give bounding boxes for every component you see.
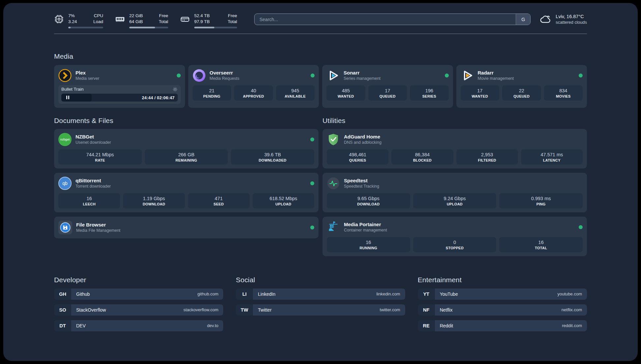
bookmark-youtube[interactable]: YT YouTubeyoutube.com <box>418 288 587 300</box>
bookmarks-section: Developer GH Githubgithub.com SO StackOv… <box>54 276 587 345</box>
group-title: Social <box>236 276 405 284</box>
stat-download: 1.19 GbpsDOWNLOAD <box>123 193 185 208</box>
stat-upload: 9.24 GbpsUPLOAD <box>413 193 497 208</box>
status-dot <box>310 137 314 141</box>
bookmark-netflix[interactable]: NF Netflixnetflix.com <box>418 304 587 316</box>
cpu-icon <box>54 14 64 24</box>
stat-blocked: 86,384BLOCKED <box>391 149 453 165</box>
qbittorrent-icon: qb <box>58 177 72 190</box>
bookmark-linkedin[interactable]: LI LinkedInlinkedin.com <box>236 288 405 300</box>
nzbget-icon: nzbget <box>58 133 72 146</box>
cpu-progress-bar <box>68 27 103 28</box>
service-description: Media server <box>76 76 99 81</box>
service-name: AdGuard Home <box>344 134 382 139</box>
disk-progress-bar <box>194 27 237 28</box>
stat-seed: 471SEED <box>188 193 250 208</box>
stat-movies: 834MOVIES <box>544 85 583 101</box>
search-input[interactable] <box>255 14 516 25</box>
plex-card[interactable]: Plex Media server Bullet Train 24:44 / 0… <box>54 65 185 108</box>
stat-ping: 0.993 msPING <box>499 193 583 208</box>
plex-icon <box>58 69 72 82</box>
bookmark-github[interactable]: GH Githubgithub.com <box>54 288 223 300</box>
portainer-card[interactable]: Media Portainer Container management 16R… <box>322 217 587 256</box>
cpu-usage-label: CPU <box>94 13 103 19</box>
stat-available: 945AVAILABLE <box>276 85 315 101</box>
playback-time: 24:44 / 02:06:47 <box>142 95 174 100</box>
speedtest-card[interactable]: Speedtest Speedtest Tracking 9.65 GbpsDO… <box>322 173 587 212</box>
bookmark-reddit[interactable]: RE Redditreddit.com <box>418 320 587 331</box>
media-cards-row: Plex Media server Bullet Train 24:44 / 0… <box>54 65 587 108</box>
disk-free-label: Free <box>228 13 237 19</box>
service-description: Torrent downloader <box>76 184 111 189</box>
memory-free-value: 22 GiB <box>129 13 143 19</box>
disk-total-value: 97.9 TB <box>194 19 210 25</box>
bookmark-abbr: DT <box>54 320 71 331</box>
utilities-column: AdGuard Home DNS and adblocking 498,461Q… <box>322 129 587 256</box>
cpu-load-value: 3.24 <box>68 19 77 25</box>
service-name: qBittorrent <box>76 178 111 183</box>
sonarr-card[interactable]: Sonarr Series management 485WANTED 17QUE… <box>322 65 453 108</box>
stat-running: 16RUNNING <box>327 237 410 252</box>
gear-icon[interactable] <box>172 87 178 92</box>
stat-rate: 744.21 MbpsRATE <box>58 149 142 165</box>
bookmark-group-developer: Developer GH Githubgithub.com SO StackOv… <box>54 276 223 331</box>
bookmark-group-social: Social LI LinkedInlinkedin.com TW Twitte… <box>236 276 405 331</box>
memory-icon <box>115 14 125 24</box>
service-name: Sonarr <box>344 70 381 76</box>
bookmark-dev[interactable]: DT DEVdev.to <box>54 320 223 331</box>
bookmark-stackoverflow[interactable]: SO StackOverflowstackoverflow.com <box>54 304 223 316</box>
status-dot <box>445 74 449 77</box>
disk-icon <box>180 14 190 24</box>
bookmark-twitter[interactable]: TW Twittertwitter.com <box>236 304 405 316</box>
disk-total-label: Total <box>228 19 237 25</box>
stat-series: 196SERIES <box>410 85 449 101</box>
bookmark-abbr: LI <box>236 288 253 300</box>
status-dot <box>311 74 315 77</box>
nzbget-card[interactable]: nzbget NZBGet Usenet downloader 744.21 M… <box>54 129 319 168</box>
bookmark-abbr: SO <box>54 304 71 316</box>
adguard-icon <box>327 133 340 146</box>
disk-widget: 52.4 TBFree 97.9 TBTotal <box>180 13 237 28</box>
section-title-utilities: Utilities <box>322 117 587 125</box>
search-engine-button[interactable]: G <box>516 14 530 25</box>
status-dot <box>177 74 181 77</box>
overseerr-card[interactable]: Overseerr Media Requests 21PENDING 40APP… <box>188 65 319 108</box>
stat-remaining: 266 GBREMAINING <box>145 149 228 165</box>
stat-pending: 21PENDING <box>193 85 231 101</box>
cpu-widget: 7%CPU 3.24Load <box>54 13 103 28</box>
stat-total: 16TOTAL <box>499 237 583 252</box>
service-description: Series management <box>344 76 381 81</box>
adguard-card[interactable]: AdGuard Home DNS and adblocking 498,461Q… <box>322 129 587 168</box>
stat-filtered: 2,953FILTERED <box>456 149 518 165</box>
speedtest-icon <box>327 177 340 190</box>
service-name: Plex <box>76 70 99 76</box>
bookmark-abbr: NF <box>418 304 435 316</box>
section-title-media: Media <box>54 52 587 60</box>
service-description: Media Requests <box>210 76 239 81</box>
weather-location: Lviv, 16.87°C <box>556 14 587 19</box>
group-title: Entertainment <box>418 276 587 284</box>
pause-button[interactable] <box>63 94 72 102</box>
filebrowser-card[interactable]: File Browser Media File Management <box>54 217 319 238</box>
playback-progress-bar[interactable]: 24:44 / 02:06:47 <box>61 94 178 102</box>
sonarr-icon <box>326 69 340 82</box>
bookmark-abbr: GH <box>54 288 71 300</box>
cloud-icon <box>540 14 551 25</box>
service-name: Speedtest <box>344 178 379 183</box>
stat-latency: 47.571 msLATENCY <box>521 149 583 165</box>
stat-leech: 16LEECH <box>58 193 120 208</box>
service-description: DNS and adblocking <box>344 140 382 145</box>
memory-widget: 22 GiBFree 64 GiBTotal <box>115 13 168 28</box>
cpu-usage-value: 7% <box>68 13 75 19</box>
service-name: NZBGet <box>76 134 111 139</box>
memory-total-value: 64 GiB <box>129 19 143 25</box>
cpu-load-label: Load <box>93 19 103 25</box>
portainer-icon <box>327 221 340 234</box>
radarr-card[interactable]: Radarr Movie management 17WANTED 22QUEUE… <box>456 65 587 108</box>
now-playing-title: Bullet Train <box>61 87 84 92</box>
stat-queued: 17QUEUED <box>368 85 407 101</box>
memory-free-label: Free <box>159 13 168 19</box>
qbittorrent-card[interactable]: qb qBittorrent Torrent downloader 16LEEC… <box>54 173 319 212</box>
stat-stopped: 0STOPPED <box>413 237 497 252</box>
bookmark-abbr: YT <box>418 288 435 300</box>
